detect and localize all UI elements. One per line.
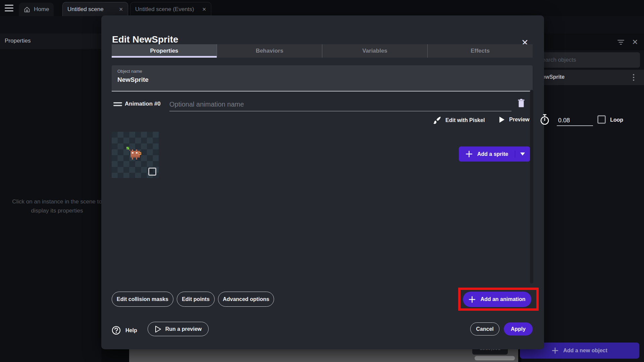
apply-label: Apply — [511, 326, 526, 332]
run-a-preview-label: Run a preview — [165, 326, 202, 332]
help-label: Help — [125, 327, 137, 334]
tab-properties[interactable]: Properties — [112, 44, 217, 58]
advanced-options-label: Advanced options — [223, 296, 269, 302]
canvas-horizontal-scrollbar[interactable] — [475, 356, 515, 360]
add-sprite-dropdown-button[interactable] — [515, 153, 530, 156]
kebab-menu-icon[interactable] — [633, 73, 635, 81]
cancel-button[interactable]: Cancel — [470, 322, 499, 336]
help-button[interactable]: Help — [112, 323, 149, 338]
stopwatch-icon — [539, 114, 550, 125]
pig-sprite-image — [125, 147, 144, 163]
menu-hamburger-icon[interactable] — [5, 4, 13, 12]
panel-title: Properties — [5, 38, 31, 44]
add-an-animation-label: Add an animation — [480, 296, 525, 302]
application-window: 1510,801 Home Untitled scene ✕ Untitled … — [0, 0, 644, 362]
brush-icon — [433, 116, 441, 125]
home-icon — [23, 6, 31, 13]
edit-with-piskel-button[interactable]: Edit with Piskel — [433, 116, 485, 125]
top-bar: Home Untitled scene ✕ Untitled scene (Ev… — [0, 0, 644, 16]
search-objects-box — [534, 52, 640, 68]
tab-home[interactable]: Home — [19, 3, 54, 16]
edit-sprite-dialog: Edit NewSprite ✕ Properties Behaviors Va… — [101, 15, 544, 349]
dialog-title: Edit NewSprite — [112, 34, 178, 45]
close-tab-icon[interactable]: ✕ — [119, 6, 123, 12]
tab-variables[interactable]: Variables — [322, 44, 428, 58]
object-name-field[interactable]: Object name NewSprite — [112, 65, 533, 92]
properties-panel: Properties Click on an instance in the s… — [0, 34, 101, 362]
tab-effects[interactable]: Effects — [428, 44, 533, 58]
highlight-annotation-rectangle: Add an animation — [458, 288, 539, 311]
dialog-tab-bar: Properties Behaviors Variables Effects — [112, 44, 533, 58]
tab-label: Variables — [362, 48, 387, 54]
help-circle-icon — [112, 326, 121, 335]
advanced-options-button[interactable]: Advanced options — [218, 292, 274, 307]
plus-icon — [466, 150, 473, 158]
sprite-frame-thumbnail[interactable] — [112, 132, 159, 178]
add-an-animation-button[interactable]: Add an animation — [463, 292, 531, 307]
edit-collision-masks-label: Edit collision masks — [117, 296, 168, 302]
tab-untitled-scene-events[interactable]: Untitled scene (Events) ✕ — [130, 2, 211, 16]
close-panel-icon[interactable]: ✕ — [632, 38, 638, 47]
tab-label: Effects — [471, 48, 490, 54]
object-name-field-value: NewSprite — [117, 76, 149, 83]
preview-button[interactable]: Preview — [498, 116, 529, 123]
animation-row: Animation #0 — [112, 98, 533, 113]
tab-untitled-scene-label: Untitled scene — [67, 6, 104, 13]
properties-panel-header: Properties — [0, 34, 101, 49]
apply-button[interactable]: Apply — [504, 322, 533, 336]
delete-animation-icon[interactable] — [517, 99, 526, 109]
play-icon — [498, 116, 505, 123]
plus-icon — [552, 347, 558, 354]
properties-empty-message: Click on an instance in the scene to dis… — [0, 197, 114, 215]
dialog-scrollbar[interactable] — [530, 90, 533, 284]
close-tab-icon[interactable]: ✕ — [202, 6, 206, 12]
plus-icon — [469, 296, 476, 303]
search-objects-input[interactable] — [534, 52, 640, 68]
edit-with-piskel-label: Edit with Piskel — [445, 117, 485, 123]
add-sprite-split-button: Add a sprite — [459, 146, 530, 162]
edit-collision-masks-button[interactable]: Edit collision masks — [112, 292, 173, 307]
animation-index-label: Animation #0 — [125, 101, 161, 107]
add-sprite-label: Add a sprite — [477, 151, 508, 157]
empty-message-line1: Click on an instance in the scene to — [0, 197, 114, 206]
empty-message-line2: display its properties — [0, 206, 114, 215]
add-sprite-button[interactable]: Add a sprite — [459, 150, 515, 158]
edit-points-button[interactable]: Edit points — [177, 292, 215, 307]
tab-untitled-scene-events-label: Untitled scene (Events) — [135, 6, 194, 13]
animation-tools-row: Edit with Piskel Preview Loop — [112, 115, 533, 129]
tab-label: Behaviors — [256, 48, 283, 54]
frame-select-checkbox[interactable] — [148, 168, 156, 176]
tab-untitled-scene[interactable]: Untitled scene ✕ — [62, 2, 128, 16]
run-a-preview-button[interactable]: Run a preview — [148, 322, 209, 336]
loop-label: Loop — [610, 117, 623, 123]
play-outline-icon — [155, 325, 161, 333]
tab-behaviors[interactable]: Behaviors — [217, 44, 322, 58]
loop-checkbox[interactable] — [597, 115, 606, 124]
edit-points-label: Edit points — [182, 296, 210, 302]
drag-handle-icon[interactable] — [113, 102, 122, 106]
filter-icon[interactable] — [617, 39, 625, 46]
add-new-object-label: Add a new object — [563, 348, 607, 354]
tab-home-label: Home — [34, 6, 49, 13]
cancel-label: Cancel — [476, 326, 493, 332]
preview-label: Preview — [509, 117, 529, 123]
chevron-down-icon — [520, 153, 525, 156]
time-between-frames-input[interactable] — [557, 115, 593, 126]
tab-label: Properties — [150, 48, 178, 54]
object-name-field-label: Object name — [117, 69, 142, 74]
animation-name-input[interactable] — [169, 98, 512, 111]
